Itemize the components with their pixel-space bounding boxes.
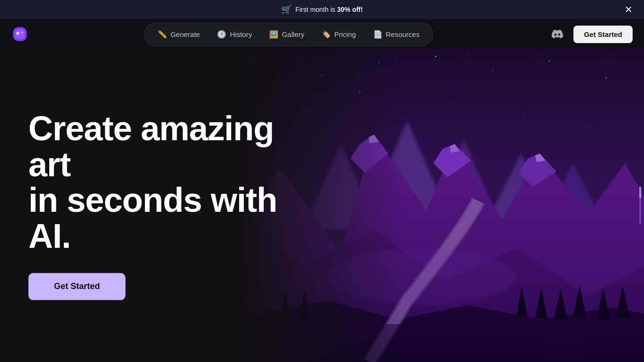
- pricing-icon: 🏷️: [322, 30, 331, 39]
- generate-icon: ✏️: [158, 30, 167, 39]
- nav-item-pricing[interactable]: 🏷️ Pricing: [314, 26, 364, 43]
- scroll-indicator: [639, 187, 641, 225]
- resources-icon: 📄: [373, 30, 383, 39]
- svg-point-9: [549, 61, 550, 62]
- svg-point-0: [17, 32, 19, 35]
- gallery-icon: 🖼️: [269, 30, 278, 39]
- hero-title: Create amazing art in seconds with AI.: [28, 111, 303, 254]
- navbar: ✏️ Generate 🕐 History 🖼️ Gallery 🏷️ Pric…: [0, 19, 644, 49]
- discord-button[interactable]: [549, 26, 566, 43]
- scroll-thumb: [639, 187, 641, 198]
- nav-item-resources[interactable]: 📄 Resources: [366, 26, 428, 43]
- close-promo-button[interactable]: ✕: [623, 3, 635, 16]
- nav-right: Get Started: [549, 26, 633, 43]
- hero-section: Create amazing art in seconds with AI. G…: [0, 49, 644, 362]
- get-started-nav-button[interactable]: Get Started: [573, 26, 633, 43]
- hero-content: Create amazing art in seconds with AI. G…: [28, 111, 303, 300]
- svg-point-10: [606, 77, 607, 79]
- nav-links: ✏️ Generate 🕐 History 🖼️ Gallery 🏷️ Pric…: [144, 23, 433, 46]
- nav-item-history[interactable]: 🕐 History: [209, 26, 259, 43]
- promo-text: First month is 30% off!: [295, 6, 363, 13]
- logo[interactable]: [11, 26, 28, 43]
- svg-point-8: [492, 70, 493, 71]
- history-icon: 🕐: [217, 30, 226, 39]
- cart-icon: 🛒: [281, 4, 292, 15]
- svg-point-7: [435, 56, 437, 57]
- hero-cta-button[interactable]: Get Started: [28, 273, 125, 300]
- svg-point-1: [21, 32, 23, 34]
- nav-item-generate[interactable]: ✏️ Generate: [150, 26, 208, 43]
- nav-item-gallery[interactable]: 🖼️ Gallery: [261, 26, 312, 43]
- promo-banner: 🛒 First month is 30% off! ✕: [0, 0, 644, 19]
